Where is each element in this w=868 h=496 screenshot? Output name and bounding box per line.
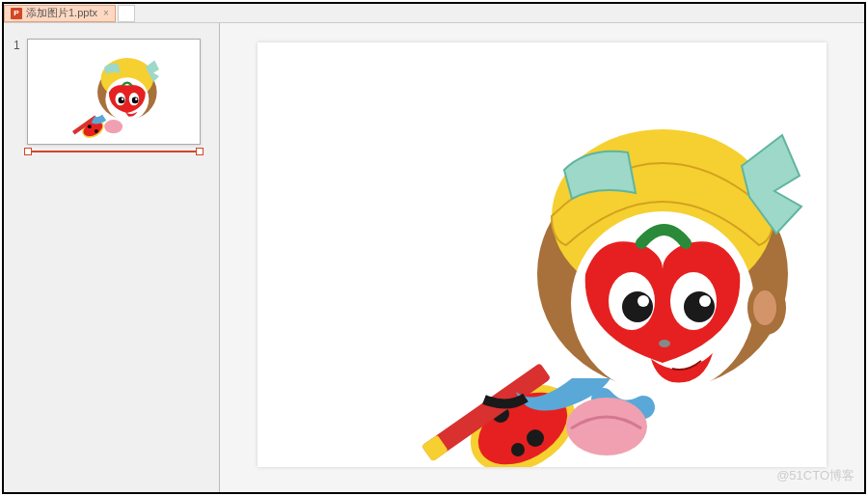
powerpoint-icon: P	[11, 8, 22, 19]
tab-filename: 添加图片1.pptx	[26, 6, 97, 20]
svg-point-6	[132, 97, 139, 104]
svg-point-21	[684, 291, 715, 322]
slide-thumbnail-1[interactable]: 1	[14, 39, 209, 145]
svg-point-11	[88, 124, 92, 128]
close-tab-icon[interactable]: ×	[101, 8, 109, 18]
thumbnail-preview[interactable]	[27, 39, 201, 145]
slide-image-monkey[interactable]	[393, 100, 827, 467]
svg-point-34	[566, 398, 647, 455]
thumbnail-selection-indicator	[27, 151, 201, 152]
workspace: 1	[4, 23, 864, 492]
slide-editor-area: @51CTO博客	[220, 23, 864, 492]
tab-bar: P 添加图片1.pptx ×	[4, 4, 864, 23]
watermark-text: @51CTO博客	[776, 467, 854, 484]
svg-point-22	[637, 295, 649, 307]
slide-image-thumbnail	[53, 51, 178, 138]
thumbnail-panel: 1	[4, 23, 220, 492]
svg-point-26	[753, 290, 776, 325]
svg-point-5	[119, 97, 125, 104]
thumbnail-number: 1	[14, 39, 21, 145]
svg-point-23	[699, 295, 711, 307]
slide-canvas[interactable]	[258, 42, 827, 467]
svg-point-8	[135, 98, 137, 100]
svg-point-7	[122, 98, 123, 100]
svg-point-20	[622, 291, 653, 322]
svg-point-24	[659, 340, 670, 347]
svg-point-30	[527, 429, 544, 447]
svg-point-31	[511, 443, 525, 456]
svg-point-12	[95, 129, 98, 133]
app-frame: P 添加图片1.pptx × 1	[2, 2, 866, 494]
document-tab-active[interactable]: P 添加图片1.pptx ×	[4, 5, 116, 22]
svg-point-14	[104, 120, 122, 133]
new-tab-button[interactable]	[118, 5, 135, 22]
